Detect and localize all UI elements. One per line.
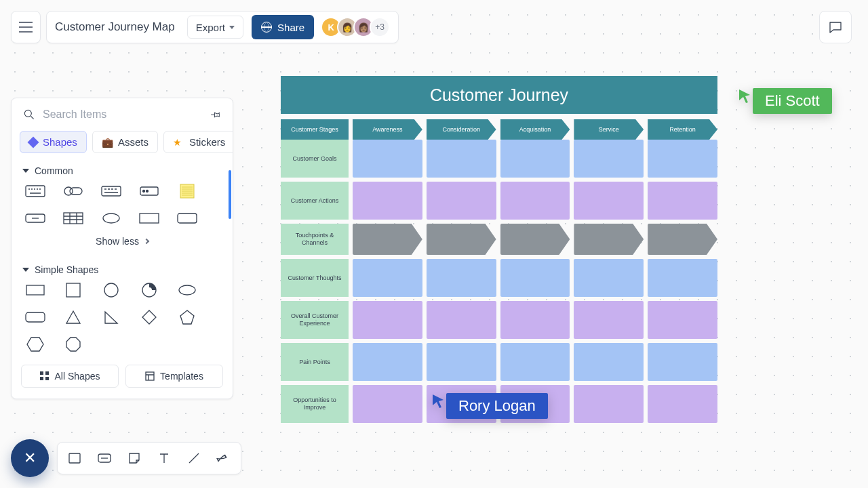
shape-table[interactable]: [62, 211, 85, 225]
all-shapes-button[interactable]: All Shapes: [21, 365, 119, 388]
panel-scrollbar[interactable]: [229, 170, 231, 219]
cell[interactable]: [648, 224, 717, 255]
chat-button[interactable]: [819, 11, 852, 43]
stage-cell[interactable]: Awareness: [353, 119, 422, 140]
share-button[interactable]: Share: [252, 15, 314, 39]
journey-map[interactable]: Customer Journey Customer Stages Awarene…: [281, 76, 717, 423]
svg-rect-13: [178, 214, 197, 223]
stage-cell[interactable]: Consideration: [427, 119, 496, 140]
cell[interactable]: [574, 385, 644, 423]
cell[interactable]: [427, 182, 496, 220]
cell[interactable]: [648, 259, 717, 297]
cell[interactable]: [427, 343, 496, 381]
cell[interactable]: [427, 259, 496, 297]
tab-stickers[interactable]: ★ Stickers: [163, 131, 233, 153]
document-title[interactable]: Customer Journey Map: [55, 20, 179, 34]
tab-shapes[interactable]: Shapes: [20, 131, 87, 153]
row-label[interactable]: Customer Actions: [281, 182, 349, 220]
shape-input[interactable]: [138, 184, 161, 198]
shape-donut[interactable]: [138, 283, 161, 297]
cell[interactable]: [500, 301, 570, 339]
close-panel-button[interactable]: ✕: [11, 439, 49, 477]
cell[interactable]: [353, 385, 422, 423]
stage-cell[interactable]: Acquisation: [500, 119, 570, 140]
button-label: Templates: [160, 371, 203, 382]
text-tool[interactable]: [157, 451, 172, 466]
cell[interactable]: [574, 259, 644, 297]
section-header-simple[interactable]: Simple Shapes: [22, 264, 222, 275]
cell[interactable]: [574, 301, 644, 339]
shape-right-triangle[interactable]: [100, 310, 123, 324]
export-button[interactable]: Export: [187, 16, 243, 39]
shape-pentagon[interactable]: [176, 310, 199, 324]
stages-label[interactable]: Customer Stages: [281, 119, 349, 140]
templates-button[interactable]: Templates: [125, 365, 223, 388]
section-simple: Simple Shapes: [12, 258, 233, 359]
cell[interactable]: [648, 182, 717, 220]
cell[interactable]: [353, 224, 422, 255]
row-label[interactable]: Customer Thoughts: [281, 259, 349, 297]
shape-button[interactable]: [24, 211, 47, 225]
cell[interactable]: [427, 224, 496, 255]
search-input[interactable]: [43, 108, 210, 121]
cell[interactable]: [648, 343, 717, 381]
cell[interactable]: [648, 140, 717, 178]
cell[interactable]: [648, 301, 717, 339]
cell[interactable]: [500, 182, 570, 220]
row-label[interactable]: Opportunities to Improve: [281, 385, 349, 423]
shape-diamond[interactable]: [138, 310, 161, 324]
cell[interactable]: [353, 259, 422, 297]
line-tool[interactable]: [186, 451, 201, 466]
cell[interactable]: [574, 224, 644, 255]
cell[interactable]: [500, 140, 570, 178]
hamburger-menu-button[interactable]: [11, 11, 41, 43]
cell[interactable]: [574, 343, 644, 381]
row-label[interactable]: Overall Customer Experience: [281, 301, 349, 339]
shape-circle[interactable]: [100, 283, 123, 297]
show-less-toggle[interactable]: Show less: [22, 230, 222, 255]
cell[interactable]: [427, 301, 496, 339]
row-label[interactable]: Touchpoints & Channels: [281, 224, 349, 255]
section-header-common[interactable]: Common: [22, 165, 222, 176]
shape-triangle[interactable]: [62, 310, 85, 324]
shape-keyboard[interactable]: [24, 184, 47, 198]
shape-hexagon[interactable]: [24, 338, 47, 351]
cell[interactable]: [574, 182, 644, 220]
shape-ellipse[interactable]: [100, 211, 123, 225]
cell[interactable]: [353, 140, 422, 178]
svg-point-6: [143, 190, 145, 192]
shape-rect-round[interactable]: [176, 211, 199, 225]
stage-cell[interactable]: Retention: [648, 119, 717, 140]
avatar-overflow-count[interactable]: +3: [370, 17, 390, 37]
tab-assets[interactable]: 💼 Assets: [92, 131, 158, 153]
shape-rounded-rect[interactable]: [24, 310, 47, 324]
cell[interactable]: [500, 343, 570, 381]
sticky-tool[interactable]: [127, 451, 142, 466]
cell[interactable]: [500, 224, 570, 255]
row-label[interactable]: Customer Goals: [281, 140, 349, 178]
row-label[interactable]: Pain Points: [281, 343, 349, 381]
rectangle-tool[interactable]: [67, 451, 82, 466]
svg-rect-10: [64, 213, 83, 224]
cell[interactable]: [353, 301, 422, 339]
shape-tag[interactable]: [62, 184, 85, 198]
journey-title[interactable]: Customer Journey: [281, 76, 717, 114]
shape-sticky[interactable]: [176, 184, 199, 198]
shape-square[interactable]: [62, 283, 85, 297]
cell[interactable]: [574, 140, 644, 178]
cell[interactable]: [648, 385, 717, 423]
cell[interactable]: [353, 182, 422, 220]
stage-cell[interactable]: Service: [574, 119, 644, 140]
pin-icon[interactable]: [210, 108, 222, 121]
label-tool[interactable]: [97, 451, 112, 466]
shape-rectangle[interactable]: [24, 283, 47, 297]
cell[interactable]: [427, 140, 496, 178]
cell[interactable]: [500, 259, 570, 297]
shape-rect[interactable]: [138, 211, 161, 225]
avatar-stack[interactable]: K 👩 👩🏽 +3: [325, 17, 390, 37]
pen-tool[interactable]: [216, 451, 231, 466]
shape-octagon[interactable]: [62, 338, 85, 351]
shape-oval[interactable]: [176, 283, 199, 297]
shape-keyboard-2[interactable]: [100, 184, 123, 198]
cell[interactable]: [353, 343, 422, 381]
